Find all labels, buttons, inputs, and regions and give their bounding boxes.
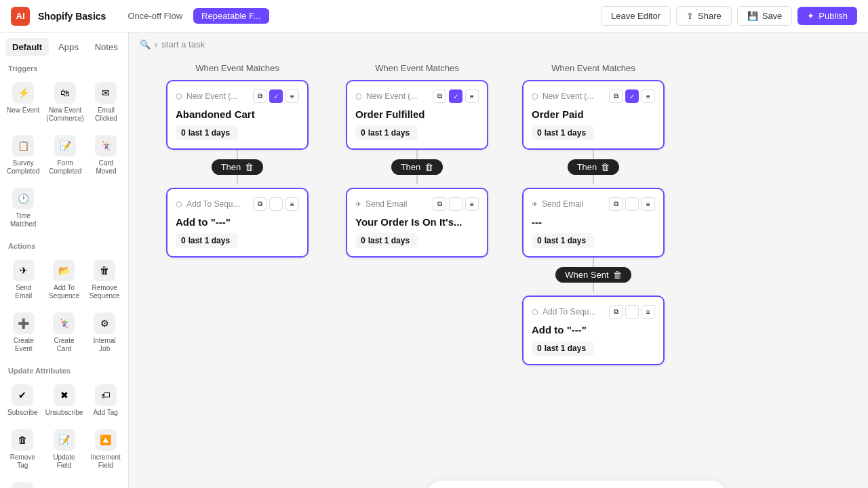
actions-grid: ✈Send Email 📂Add To Sequence 🗑Remove Seq…	[0, 254, 128, 359]
sidebar-item-card-moved[interactable]: 🃏Card Moved	[88, 129, 124, 181]
save-button[interactable]: 💾 Save	[737, 6, 793, 26]
trigger-card-2[interactable]: ⬡ New Event (... ⧉ ✓ ≡ Order Fulfilled 0…	[346, 80, 488, 150]
line-bottom-3	[593, 175, 594, 184]
canvas[interactable]: 🔍 › start a task When Event Matches ⬡ Ne…	[129, 33, 868, 488]
when-sent-line-top	[593, 258, 594, 267]
trigger-card-3[interactable]: ⬡ New Event (... ⧉ ✓ ≡ Order Paid 0last …	[522, 80, 665, 150]
action-body-3: ---	[532, 216, 655, 228]
action-card-2[interactable]: ✈ Send Email ⧉ ≡ Your Order Is On It's..…	[346, 188, 488, 258]
final-toggle-btn-3[interactable]	[625, 305, 639, 319]
node-header-3: ⬡ New Event (... ⧉ ✓ ≡	[532, 89, 655, 103]
sidebar-item-create-card[interactable]: 🃏Create Card	[45, 307, 84, 359]
action-menu-btn-3[interactable]: ≡	[642, 197, 655, 211]
dup-btn-2[interactable]: ⧉	[433, 89, 446, 103]
sidebar-item-subscribe[interactable]: ✔Subscribe	[4, 379, 41, 422]
then-badge-2[interactable]: Then 🗑	[391, 159, 443, 175]
action-menu-btn-2[interactable]: ≡	[465, 197, 479, 211]
action-menu-btn-1[interactable]: ≡	[285, 197, 299, 211]
menu-btn-1[interactable]: ≡	[285, 89, 299, 103]
sidebar-item-form-completed[interactable]: 📝Form Completed	[43, 129, 87, 181]
share-button[interactable]: ⇪ Share	[676, 6, 732, 26]
sidebar-item-increment-field[interactable]: 🔼Increment Field	[87, 424, 124, 475]
sidebar-item-mark-goal[interactable]: 🎯Mark Goal	[4, 476, 41, 488]
section-title-update-attributes: Update Attributes	[0, 359, 128, 379]
sidebar-item-internal-job[interactable]: ⚙Internal Job	[85, 307, 124, 359]
connector-2: Then 🗑	[391, 150, 443, 188]
sidebar-item-update-field[interactable]: 📝Update Field	[43, 424, 86, 475]
final-card-3[interactable]: ⬡ Add To Sequ... ⧉ ≡ Add to "---" 0last …	[522, 296, 665, 365]
email-clicked-icon: ✉	[95, 82, 117, 104]
increment-field-icon: 🔼	[95, 429, 117, 451]
when-sent-badge[interactable]: When Sent 🗑	[555, 267, 631, 283]
search-icon: 🔍	[140, 39, 151, 49]
final-menu-btn-3[interactable]: ≡	[642, 305, 655, 319]
action-title-2: Send Email	[366, 199, 429, 209]
action-body-2: Your Order Is On It's...	[355, 216, 479, 228]
duplicate-btn-1[interactable]: ⧉	[253, 89, 267, 103]
action-header-3: ✈ Send Email ⧉ ≡	[532, 197, 655, 211]
trigger-card-1[interactable]: ⬡ New Event (... ⧉ ✓ ≡ Abandoned Cart 0l…	[166, 80, 309, 150]
trigger-body-3: Order Paid	[532, 108, 655, 120]
sidebar-tab-apps[interactable]: Apps	[52, 38, 85, 56]
sidebar-item-add-to-sequence[interactable]: 📂Add To Sequence	[45, 254, 84, 306]
sidebar: Default Apps Notes Triggers ⚡New Event 🛍…	[0, 33, 129, 488]
event-label-1: When Event Matches	[195, 63, 279, 73]
menu-btn-3[interactable]: ≡	[642, 89, 655, 103]
action-toggle-btn-2[interactable]	[449, 197, 462, 211]
time-matched-icon: 🕐	[12, 188, 34, 209]
action-card-1[interactable]: ⬡ Add To Sequ... ⧉ ≡ Add to "---" 0last …	[166, 188, 309, 258]
final-dup-btn-3[interactable]: ⧉	[609, 305, 623, 319]
toggle-btn-1[interactable]: ✓	[269, 89, 283, 103]
sidebar-item-add-tag[interactable]: 🏷Add Tag	[87, 379, 124, 422]
trash-icon-3: 🗑	[601, 162, 610, 172]
publish-icon: ✦	[807, 11, 814, 21]
sidebar-item-unsubscribe[interactable]: ✖Unsubscribe	[43, 379, 86, 422]
sidebar-tab-notes[interactable]: Notes	[88, 38, 125, 56]
sidebar-item-time-matched[interactable]: 🕐Time Matched	[4, 182, 42, 234]
action-stat-3: 0last 1 days	[532, 233, 594, 248]
then-badge-1[interactable]: Then 🗑	[212, 159, 264, 175]
line-top-3	[593, 150, 594, 159]
connector-3: Then 🗑	[568, 150, 620, 188]
tab-repeatable[interactable]: Repeatable F...	[193, 8, 269, 24]
trigger-icon-3: ⬡	[532, 92, 538, 101]
tab-once-off[interactable]: Once-off Flow	[119, 8, 191, 24]
create-card-icon: 🃏	[53, 312, 75, 334]
sidebar-item-create-event[interactable]: ➕Create Event	[4, 307, 43, 359]
then-badge-3[interactable]: Then 🗑	[568, 159, 620, 175]
action-toggle-btn-1[interactable]	[269, 197, 283, 211]
trigger-title-3: New Event (...	[542, 92, 605, 101]
breadcrumb-path: start a task	[161, 39, 205, 49]
action-dup-btn-3[interactable]: ⧉	[609, 197, 623, 211]
sidebar-item-new-event-commerce[interactable]: 🛍New Event (Commerce)	[43, 77, 87, 128]
breadcrumb: 🔍 › start a task	[129, 33, 868, 56]
sidebar-item-remove-tag[interactable]: 🗑Remove Tag	[4, 424, 41, 475]
sidebar-tab-default[interactable]: Default	[5, 38, 49, 56]
action-stat-1: 0last 1 days	[176, 233, 238, 248]
main-layout: Default Apps Notes Triggers ⚡New Event 🛍…	[0, 33, 868, 488]
action-dup-btn-2[interactable]: ⧉	[433, 197, 446, 211]
flow-column-2: When Event Matches ⬡ New Event (... ⧉ ✓ …	[346, 63, 488, 258]
dup-btn-3[interactable]: ⧉	[609, 89, 623, 103]
remove-sequence-icon: 🗑	[94, 260, 115, 281]
sidebar-item-new-event[interactable]: ⚡New Event	[4, 77, 42, 128]
sidebar-item-email-clicked[interactable]: ✉Email Clicked	[88, 77, 124, 128]
when-sent-connector: When Sent 🗑	[555, 258, 631, 296]
final-header-3: ⬡ Add To Sequ... ⧉ ≡	[532, 305, 655, 319]
flow-column-3: When Event Matches ⬡ New Event (... ⧉ ✓ …	[522, 63, 665, 365]
action-toggle-btn-3[interactable]	[625, 197, 639, 211]
action-card-3[interactable]: ✈ Send Email ⧉ ≡ --- 0last 1 days	[522, 188, 665, 258]
sidebar-item-survey-completed[interactable]: 📋Survey Completed	[4, 129, 42, 181]
sidebar-item-send-email[interactable]: ✈Send Email	[4, 254, 43, 306]
toggle-btn-3[interactable]: ✓	[625, 89, 639, 103]
toggle-btn-2[interactable]: ✓	[449, 89, 462, 103]
trigger-title-2: New Event (...	[366, 92, 429, 101]
section-title-triggers: Triggers	[0, 56, 128, 77]
node-header-2: ⬡ New Event (... ⧉ ✓ ≡	[355, 89, 479, 103]
app-title: Shopify Basics	[38, 11, 106, 22]
action-dup-btn-1[interactable]: ⧉	[253, 197, 267, 211]
menu-btn-2[interactable]: ≡	[465, 89, 479, 103]
sidebar-item-remove-sequence[interactable]: 🗑Remove Sequence	[85, 254, 124, 306]
publish-button[interactable]: ✦ Publish	[797, 7, 857, 25]
leave-editor-button[interactable]: Leave Editor	[601, 6, 671, 26]
